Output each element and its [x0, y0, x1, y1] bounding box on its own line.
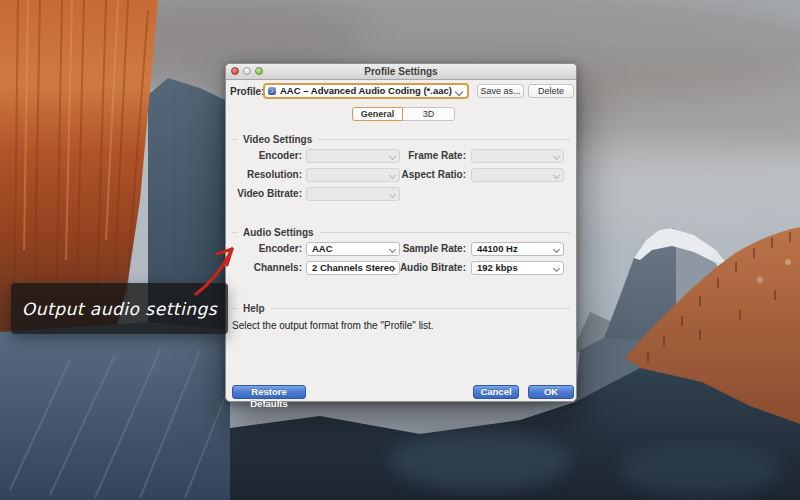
profile-selected-value: AAC – Advanced Audio Coding (*.aac)	[280, 85, 452, 97]
window-title: Profile Settings	[226, 64, 576, 79]
save-as-button[interactable]: Save as...	[477, 84, 524, 98]
video-row-encoder-framerate: Encoder: Frame Rate:	[232, 149, 570, 163]
video-bitrate-label: Video Bitrate:	[232, 188, 302, 199]
chevron-down-icon	[455, 88, 463, 96]
tab-3d[interactable]: 3D	[402, 107, 455, 121]
chevron-down-icon	[389, 191, 396, 198]
restore-defaults-button[interactable]: Restore Defaults	[232, 385, 306, 399]
close-button[interactable]	[231, 67, 239, 75]
audio-format-icon: ♪	[268, 87, 276, 95]
video-settings-section-header: Video Settings	[232, 133, 570, 145]
chevron-down-icon	[553, 172, 560, 179]
title-bar[interactable]: Profile Settings	[226, 64, 576, 80]
callout-text: Output audio settings	[22, 299, 217, 319]
video-row-resolution-aspect: Resolution: Aspect Ratio:	[232, 168, 570, 182]
chevron-down-icon	[553, 246, 560, 253]
help-text: Select the output format from the "Profi…	[232, 320, 434, 331]
frame-rate-label: Frame Rate:	[352, 150, 466, 161]
video-row-bitrate: Video Bitrate:	[232, 187, 570, 201]
zoom-button[interactable]	[255, 67, 263, 75]
aspect-ratio-dropdown	[471, 168, 564, 182]
minimize-button	[243, 67, 251, 75]
frame-rate-dropdown	[471, 149, 564, 163]
video-settings-title: Video Settings	[243, 134, 312, 145]
help-section-header: Help	[232, 302, 570, 314]
video-encoder-label: Encoder:	[232, 150, 302, 161]
chevron-down-icon	[553, 265, 560, 272]
audio-settings-title: Audio Settings	[243, 227, 314, 238]
audio-bitrate-dropdown[interactable]: 192 kbps	[471, 261, 564, 275]
ok-button[interactable]: OK	[528, 385, 574, 399]
red-arrow-icon	[186, 236, 242, 298]
audio-row-encoder-samplerate: Encoder: AAC Sample Rate: 44100 Hz	[232, 242, 570, 256]
audio-bitrate-label: Audio Bitrate:	[352, 262, 466, 273]
audio-encoder-label: Encoder:	[232, 243, 302, 254]
sample-rate-label: Sample Rate:	[352, 243, 466, 254]
profile-label: Profile:	[230, 86, 264, 97]
help-title: Help	[243, 303, 265, 314]
profile-settings-window: Profile Settings Profile: ♪ AAC – Advanc…	[225, 63, 577, 402]
sample-rate-dropdown[interactable]: 44100 Hz	[471, 242, 564, 256]
resolution-label: Resolution:	[232, 169, 302, 180]
lower-left-cliff	[0, 322, 230, 500]
aspect-ratio-label: Aspect Ratio:	[352, 169, 466, 180]
delete-button[interactable]: Delete	[528, 84, 574, 98]
chevron-down-icon	[553, 153, 560, 160]
channels-label: Channels:	[232, 262, 302, 273]
audio-row-channels-bitrate: Channels: 2 Channels Stereo Audio Bitrat…	[232, 261, 570, 275]
audio-settings-section-header: Audio Settings	[232, 226, 570, 238]
cancel-button[interactable]: Cancel	[473, 385, 519, 399]
tab-general[interactable]: General	[352, 107, 403, 121]
video-bitrate-dropdown	[306, 187, 400, 201]
profile-dropdown[interactable]: ♪ AAC – Advanced Audio Coding (*.aac)	[263, 83, 469, 99]
